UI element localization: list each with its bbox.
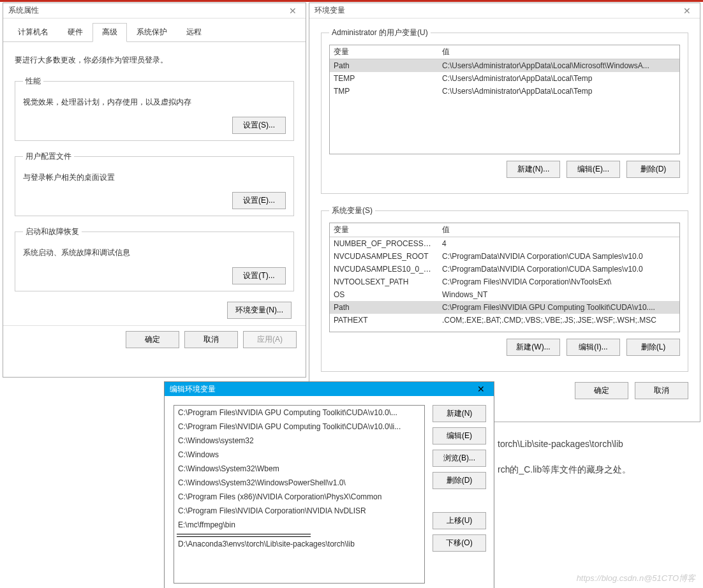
var-value: C:\ProgramData\NVIDIA Corporation\CUDA S… [438,263,679,276]
startup-recovery-desc: 系统启动、系统故障和调试信息 [23,247,286,258]
user-new-button[interactable]: 新建(N)... [507,161,560,178]
move-down-button[interactable]: 下移(O) [433,534,486,552]
title-bar: 系统属性 ✕ [3,3,306,18]
list-item[interactable]: C:\Program Files (x86)\NVIDIA Corporatio… [174,490,424,504]
var-name: NVTOOLSEXT_PATH [330,276,438,288]
edit-button[interactable]: 编辑(E) [433,427,486,445]
list-item[interactable]: D:\Anaconda3\envs\torch\Lib\site-package… [174,537,424,551]
var-name: NVCUDASAMPLES10_0_R... [330,263,438,276]
list-item[interactable]: C:\Windows\System32\Wbem [174,462,424,476]
apply-button[interactable]: 应用(A) [243,331,297,348]
startup-recovery-group: 启动和故障恢复 系统启动、系统故障和调试信息 设置(T)... [15,226,294,291]
admin-notice: 要进行大多数更改，你必须作为管理员登录。 [15,55,294,66]
dialog-body: Administrator 的用户变量(U) 变量 值 PathC:\Users… [309,18,700,418]
var-value: C:\Program Files\NVIDIA GPU Computing To… [438,301,679,314]
spacer [433,494,485,507]
list-item[interactable]: C:\Windows\system32 [174,434,424,448]
tab-advanced[interactable]: 高级 [93,23,127,42]
environment-variables-button[interactable]: 环境变量(N)... [227,302,292,319]
table-row[interactable]: NVCUDASAMPLES_ROOTC:\ProgramData\NVIDIA … [330,250,679,263]
system-vars-buttons: 新建(W)... 编辑(I)... 删除(L) [329,339,680,356]
system-vars-legend: 系统变量(S) [329,205,375,216]
user-delete-button[interactable]: 删除(D) [626,161,680,178]
dialog-title: 环境变量 [314,5,345,16]
startup-recovery-settings-button[interactable]: 设置(T)... [232,267,286,284]
close-icon[interactable]: ✕ [679,6,695,16]
table-row[interactable]: TEMPC:\Users\Administrator\AppData\Local… [330,72,679,85]
var-name: NVCUDASAMPLES_ROOT [330,250,438,263]
watermark: https://blog.csdn.n@51CTO博客 [577,573,695,584]
footer-buttons: 确定 取消 应用(A) [3,325,306,353]
environment-variables-dialog: 环境变量 ✕ Administrator 的用户变量(U) 变量 值 PathC… [309,3,700,422]
var-value: .COM;.EXE;.BAT;.CMD;.VBS;.VBE;.JS;.JSE;.… [438,314,679,327]
user-profile-legend: 用户配置文件 [23,151,74,162]
var-name: TEMP [330,72,438,85]
system-delete-button[interactable]: 删除(L) [626,339,680,356]
user-vars-table: 变量 值 PathC:\Users\Administrator\AppData\… [330,45,679,98]
ok-button[interactable]: 确定 [126,331,179,348]
user-edit-button[interactable]: 编辑(E)... [566,161,620,178]
cancel-button[interactable]: 取消 [184,331,238,348]
var-value: C:\Users\Administrator\AppData\Local\Tem… [438,85,679,98]
bg-text-2: rch的_C.lib等库文件的藏身之处。 [498,464,631,476]
list-item[interactable]: C:\Windows [174,448,424,462]
dialog-body: C:\Program Files\NVIDIA GPU Computing To… [165,396,494,588]
col-header-variable[interactable]: 变量 [330,223,438,237]
close-icon[interactable]: ✕ [285,6,300,16]
list-item[interactable] [174,534,424,537]
list-item[interactable]: C:\Program Files\NVIDIA GPU Computing To… [174,420,424,434]
var-value: Windows_NT [438,288,679,301]
edit-path-dialog: 编辑环境变量 ✕ C:\Program Files\NVIDIA GPU Com… [164,381,494,588]
move-up-button[interactable]: 上移(U) [433,512,486,529]
window-top-accent [0,0,703,2]
user-vars-table-wrap[interactable]: 变量 值 PathC:\Users\Administrator\AppData\… [329,45,680,154]
tab-system-protection[interactable]: 系统保护 [127,23,177,42]
performance-group: 性能 视觉效果，处理器计划，内存使用，以及虚拟内存 设置(S)... [15,76,294,141]
var-name: NUMBER_OF_PROCESSORS [330,237,438,250]
dialog-title: 系统属性 [8,5,39,16]
list-item[interactable]: E:\mc\ffmpeg\bin [174,518,424,532]
system-edit-button[interactable]: 编辑(I)... [566,339,620,356]
col-header-value[interactable]: 值 [438,45,679,59]
system-vars-table-wrap[interactable]: 变量 值 NUMBER_OF_PROCESSORS4NVCUDASAMPLES_… [329,223,680,332]
table-row[interactable]: PathC:\Program Files\NVIDIA GPU Computin… [330,301,679,314]
new-button[interactable]: 新建(N) [433,405,486,422]
table-row[interactable]: PathC:\Users\Administrator\AppData\Local… [330,59,679,72]
col-header-variable[interactable]: 变量 [330,45,438,59]
col-header-value[interactable]: 值 [438,223,679,237]
tab-remote[interactable]: 远程 [177,23,211,42]
close-icon[interactable]: ✕ [473,384,489,394]
browse-button[interactable]: 浏览(B)... [433,450,486,467]
path-listbox[interactable]: C:\Program Files\NVIDIA GPU Computing To… [174,405,425,584]
bg-text-1: torch\Lib\site-packages\torch\lib [498,439,623,449]
table-row[interactable]: PATHEXT.COM;.EXE;.BAT;.CMD;.VBS;.VBE;.JS… [330,314,679,327]
table-row[interactable]: NUMBER_OF_PROCESSORS4 [330,237,679,250]
delete-button[interactable]: 删除(D) [433,472,486,489]
cancel-button[interactable]: 取消 [635,382,688,399]
list-item[interactable]: C:\Windows\System32\WindowsPowerShell\v1… [174,476,424,490]
tab-computer-name[interactable]: 计算机名 [8,23,58,42]
table-row[interactable]: TMPC:\Users\Administrator\AppData\Local\… [330,85,679,98]
var-value: C:\Users\Administrator\AppData\Local\Mic… [438,59,679,72]
var-name: PATHEXT [330,314,438,327]
var-name: Path [330,59,438,72]
side-buttons: 新建(N) 编辑(E) 浏览(B)... 删除(D) 上移(U) 下移(O) [433,405,485,584]
user-profile-settings-button[interactable]: 设置(E)... [232,192,286,209]
ok-button[interactable]: 确定 [575,382,628,399]
startup-recovery-legend: 启动和故障恢复 [23,226,82,237]
tabs: 计算机名 硬件 高级 系统保护 远程 [3,22,306,42]
dialog-body: 要进行大多数更改，你必须作为管理员登录。 性能 视觉效果，处理器计划，内存使用，… [3,42,306,325]
table-row[interactable]: NVCUDASAMPLES10_0_R...C:\ProgramData\NVI… [330,263,679,276]
var-value: C:\Program Files\NVIDIA Corporation\NvTo… [438,276,679,288]
performance-desc: 视觉效果，处理器计划，内存使用，以及虚拟内存 [23,97,286,108]
system-new-button[interactable]: 新建(W)... [507,339,560,356]
list-item[interactable]: C:\Program Files\NVIDIA Corporation\NVID… [174,504,424,518]
tab-hardware[interactable]: 硬件 [58,23,93,42]
list-item[interactable]: C:\Program Files\NVIDIA GPU Computing To… [174,406,424,420]
var-name: OS [330,288,438,301]
table-row[interactable]: NVTOOLSEXT_PATHC:\Program Files\NVIDIA C… [330,276,679,288]
var-name: Path [330,301,438,314]
performance-settings-button[interactable]: 设置(S)... [232,117,286,134]
table-row[interactable]: OSWindows_NT [330,288,679,301]
title-bar: 编辑环境变量 ✕ [165,382,494,396]
